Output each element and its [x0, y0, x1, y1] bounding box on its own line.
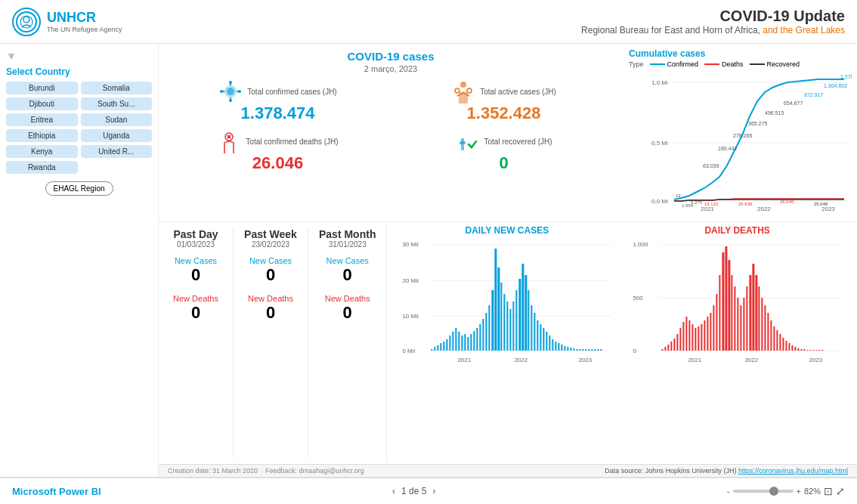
country-btn-ethiopia[interactable]: Ethiopia	[6, 129, 78, 142]
recovered-icon-row: Total recovered (JH)	[455, 129, 552, 153]
past-day-cases-value: 0	[191, 265, 200, 285]
deaths-icon	[217, 129, 241, 153]
daily-cases-title: DAILY NEW CASES	[393, 225, 620, 236]
svg-rect-161	[780, 334, 781, 351]
svg-rect-82	[510, 309, 512, 351]
cumulative-chart-area: Cumulative cases Type Confirmed Deaths	[623, 44, 857, 221]
legend-type: Type	[629, 60, 644, 68]
country-section: Select Country Burundi Somalia Djibouti …	[6, 66, 152, 196]
sub-title-2: and the Great Lakes	[763, 25, 845, 36]
legend-confirmed: Confirmed	[650, 60, 699, 68]
svg-rect-56	[432, 349, 433, 351]
datasource-link[interactable]: https://coronavirus.jhu.edu/map.html	[738, 467, 848, 475]
svg-text:1.000: 1.000	[633, 241, 649, 248]
zoom-plus[interactable]: +	[797, 487, 801, 496]
prev-page-btn[interactable]: ‹	[392, 486, 395, 496]
svg-rect-74	[486, 313, 487, 351]
country-btn-unitedr[interactable]: United R...	[81, 145, 153, 158]
past-week-cases-label: New Cases	[249, 256, 292, 265]
svg-rect-95	[549, 335, 551, 351]
country-btn-rwanda[interactable]: Rwanda	[6, 161, 78, 174]
zoom-minus[interactable]: -	[727, 487, 730, 496]
svg-rect-105	[580, 349, 581, 351]
svg-rect-19	[459, 141, 466, 144]
svg-rect-78	[498, 267, 500, 351]
svg-rect-168	[801, 349, 803, 351]
svg-rect-142	[722, 252, 725, 351]
svg-rect-140	[716, 294, 718, 351]
country-btn-southsu[interactable]: South Su...	[81, 97, 153, 110]
svg-text:19: 19	[676, 193, 681, 198]
deaths-icon-row: Total confirmed deaths (JH)	[217, 129, 338, 153]
confirmed-icon-row: Total confirmed cases (JH)	[218, 79, 336, 104]
svg-rect-58	[438, 345, 439, 351]
svg-point-14	[467, 88, 472, 93]
deaths-value: 26.046	[252, 153, 303, 173]
country-btn-eritrea[interactable]: Eritrea	[6, 113, 78, 126]
svg-rect-172	[813, 350, 815, 351]
svg-text:2023: 2023	[809, 357, 823, 363]
svg-rect-164	[789, 343, 790, 351]
fullscreen-icon[interactable]: ⤢	[836, 485, 845, 497]
total-active-box: Total active cases (JH) 1.352.428	[394, 79, 614, 123]
ehagl-button[interactable]: EHAGL Region	[45, 181, 113, 196]
svg-rect-162	[783, 338, 784, 351]
svg-rect-96	[552, 339, 554, 351]
country-btn-burundi[interactable]: Burundi	[6, 82, 78, 94]
svg-rect-163	[786, 341, 787, 351]
active-label: Total active cases (JH)	[480, 88, 556, 96]
sub-title: Regional Bureau for East and Horn of Afr…	[581, 25, 845, 36]
svg-text:2021: 2021	[458, 357, 472, 363]
svg-rect-129	[683, 322, 685, 351]
svg-rect-57	[435, 347, 436, 351]
svg-text:10 Mil: 10 Mil	[403, 313, 419, 320]
svg-rect-66	[462, 335, 463, 351]
country-btn-kenya[interactable]: Kenya	[6, 145, 78, 158]
cumulative-chart-svg: 1,0 Mi 0,5 Mi 0,0 Mi 2021 2022 2023	[629, 71, 852, 215]
next-page-btn[interactable]: ›	[432, 486, 435, 496]
svg-rect-110	[595, 349, 596, 351]
svg-text:2022: 2022	[515, 357, 528, 363]
svg-rect-80	[504, 294, 506, 351]
legend-confirmed-label: Confirmed	[667, 60, 699, 68]
past-week-deaths-label: New Deaths	[248, 294, 293, 303]
svg-rect-83	[513, 301, 515, 351]
confirmed-label-text: Total confirmed cases (JH)	[247, 88, 336, 96]
svg-rect-77	[495, 249, 497, 351]
svg-rect-159	[774, 326, 775, 351]
svg-rect-91	[537, 320, 539, 351]
svg-rect-100	[565, 346, 566, 351]
content-row: ▼ Select Country Burundi Somalia Djibout…	[0, 44, 857, 477]
country-btn-sudan[interactable]: Sudan	[81, 113, 153, 126]
main-title: COVID-19 Update	[581, 8, 845, 25]
country-btn-djibouti[interactable]: Djibouti	[6, 97, 78, 110]
svg-rect-84	[516, 290, 518, 351]
virus-icon	[218, 79, 243, 104]
svg-text:160.442: 160.442	[718, 146, 737, 151]
svg-rect-147	[738, 298, 739, 351]
svg-rect-170	[807, 350, 809, 351]
daily-deaths-svg: 1.000 500 0 2021 2022 2023	[623, 237, 851, 366]
unhcr-name: UNHCR	[47, 10, 122, 26]
fit-page-icon[interactable]: ⊡	[824, 485, 833, 497]
cases-date: 2 março, 2023	[168, 64, 614, 73]
zoom-slider[interactable]	[733, 490, 794, 493]
svg-rect-64	[456, 328, 457, 351]
svg-rect-132	[692, 324, 694, 351]
svg-rect-85	[519, 279, 521, 351]
svg-rect-131	[689, 320, 691, 351]
svg-text:1.304.602: 1.304.602	[824, 83, 847, 88]
zoom-handle	[769, 487, 778, 496]
svg-text:2023: 2023	[821, 206, 835, 212]
past-month-col: Past Month 31/01/2023 New Cases 0 New De…	[311, 228, 383, 458]
powerbi-link[interactable]: Microsoft Power BI	[12, 486, 101, 497]
svg-rect-62	[450, 335, 451, 351]
country-btn-somalia[interactable]: Somalia	[81, 82, 153, 94]
country-btn-uganda[interactable]: Uganda	[81, 129, 153, 142]
unhcr-tagline: The UN Refugee Agency	[47, 26, 122, 33]
footer-info: Creation date: 31 March 2020 Feedback: d…	[168, 467, 364, 475]
svg-rect-160	[777, 330, 778, 351]
past-week-date: 23/02/2023	[252, 240, 289, 249]
svg-rect-152	[753, 264, 755, 351]
covid-cases-area: COVID-19 cases 2 março, 2023	[159, 44, 623, 221]
